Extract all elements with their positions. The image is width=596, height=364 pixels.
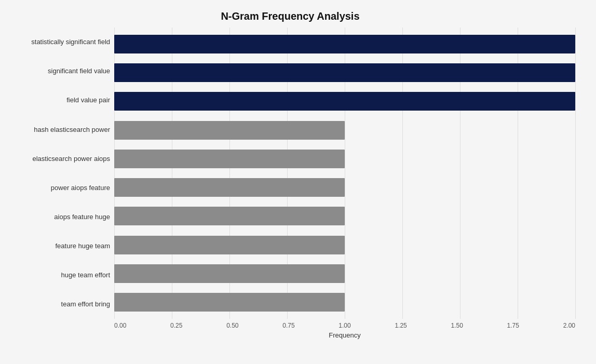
x-axis-content: 0.000.250.500.751.001.251.501.752.00 Fre… xyxy=(114,319,575,339)
y-label: hash elasticsearch power xyxy=(5,115,110,144)
grid-and-bars xyxy=(114,28,575,319)
x-tick: 1.00 xyxy=(338,322,350,329)
bar xyxy=(114,92,575,111)
y-label: significant field value xyxy=(5,57,110,86)
bar-row xyxy=(114,58,575,87)
y-label: field value pair xyxy=(5,86,110,115)
bar xyxy=(114,150,345,168)
bar-row xyxy=(114,288,575,317)
bar-row xyxy=(114,116,575,144)
y-label: huge team effort xyxy=(5,261,110,290)
grid-line xyxy=(575,28,576,319)
bar-row xyxy=(114,144,575,173)
x-tick: 0.50 xyxy=(226,322,238,329)
x-ticks: 0.000.250.500.751.001.251.501.752.00 xyxy=(114,319,575,329)
bar xyxy=(114,293,345,312)
bar xyxy=(114,264,345,283)
x-axis-wrapper: 0.000.250.500.751.001.251.501.752.00 Fre… xyxy=(5,319,575,339)
plot-area xyxy=(114,28,575,319)
bar xyxy=(114,236,345,254)
chart-area: statistically significant fieldsignifica… xyxy=(5,28,575,319)
y-axis: statistically significant fieldsignifica… xyxy=(5,28,114,319)
bar-row xyxy=(114,87,575,116)
bar xyxy=(114,63,575,82)
x-tick: 0.75 xyxy=(282,322,294,329)
bar xyxy=(114,207,345,225)
x-tick: 0.00 xyxy=(114,322,126,329)
bar xyxy=(114,121,345,140)
y-label: power aiops feature xyxy=(5,173,110,202)
bar-row xyxy=(114,259,575,288)
x-tick: 2.00 xyxy=(563,322,575,329)
y-label: statistically significant field xyxy=(5,28,110,57)
x-tick: 1.50 xyxy=(451,322,463,329)
y-label: team effort bring xyxy=(5,290,110,319)
bar xyxy=(114,35,575,53)
y-label: feature huge team xyxy=(5,232,110,261)
x-axis-label: Frequency xyxy=(114,331,575,339)
bar-row xyxy=(114,231,575,259)
chart-container: N-Gram Frequency Analysis statistically … xyxy=(0,0,596,364)
bar xyxy=(114,178,345,197)
y-label: elasticsearch power aiops xyxy=(5,144,110,173)
chart-title: N-Gram Frequency Analysis xyxy=(5,10,575,22)
x-tick: 0.25 xyxy=(170,322,182,329)
bar-row xyxy=(114,173,575,201)
bar-row xyxy=(114,202,575,231)
bar-row xyxy=(114,30,575,58)
y-label: aiops feature huge xyxy=(5,203,110,232)
x-tick: 1.25 xyxy=(395,322,407,329)
x-tick: 1.75 xyxy=(507,322,519,329)
bars-container xyxy=(114,28,575,319)
